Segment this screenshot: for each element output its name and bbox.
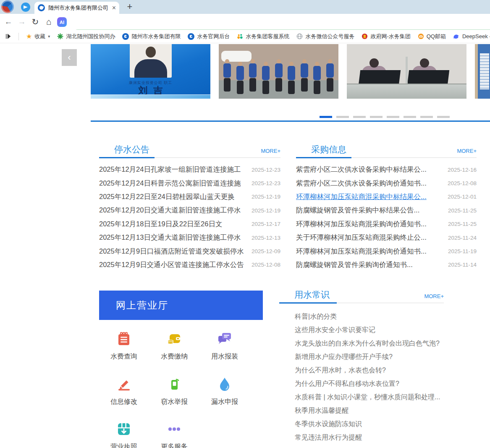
item-date: 2025-12-17	[252, 221, 280, 227]
list-item[interactable]: 2025年12月13日交通大道新旧管连接施工停水2025-12-13	[99, 231, 280, 244]
forward-icon[interactable]: →	[17, 17, 27, 27]
list-item[interactable]: 紫雲府小区二次供水设备采购询价通知书...2025-12-08	[296, 176, 477, 190]
list-item[interactable]: 2025年12月22日至24日碧桂园翠山蓝天更换2025-12-19	[99, 190, 280, 204]
list-item[interactable]: 水质科普 | 水知识小课堂，秒懂水质问题和处理...	[279, 390, 444, 404]
list-item[interactable]: 2025年12月24日孔家坡一组新旧管道连接施工2025-12-23	[99, 163, 280, 176]
list-item[interactable]: 常见违法用水行为提醒	[279, 431, 444, 444]
site-favicon	[38, 4, 45, 11]
service-item[interactable]: 信息修改	[99, 376, 149, 422]
online-hall-banner: 网上营业厅	[99, 291, 263, 320]
carousel-slide-office[interactable]	[347, 44, 466, 99]
service-item[interactable]: 营业执照	[99, 421, 149, 448]
chat-bubbles-icon	[217, 331, 233, 347]
paper-plane-icon[interactable]	[21, 3, 30, 12]
back-icon[interactable]: ←	[3, 17, 13, 27]
carousel-pagination	[320, 116, 450, 118]
service-item[interactable]: 用水报装	[199, 331, 250, 376]
bookmark-item[interactable]: 随州市水务集团有限	[122, 33, 181, 40]
list-item[interactable]: 新增用水户应办理哪些开户手续?	[279, 350, 444, 364]
list-item[interactable]: 环潭柳林河加压泵站商混采购询价通知书...2025-11-25	[296, 217, 477, 231]
item-date: 2025-12-08	[252, 262, 280, 268]
item-date: 2025-12-19	[252, 194, 280, 200]
more-link[interactable]: MORE+	[261, 148, 280, 154]
green-burst-icon	[57, 33, 63, 39]
reload-icon[interactable]: ↻	[30, 17, 40, 27]
list-item-highlighted[interactable]: 环潭柳林河加压泵站商混采购中标结果公...2025-12-01	[296, 190, 477, 204]
sidebar-toggle-icon[interactable]	[5, 33, 11, 39]
service-item[interactable]: 更多服务	[149, 421, 199, 448]
browser-tab[interactable]: 随州市水务集团有限公司 ×	[34, 2, 119, 14]
item-title: 防腐螺旋钢管及管件采购中标结果公告...	[296, 206, 419, 215]
list-item[interactable]: 2025年12月9日交通小区管道连接施工停水公告2025-12-08	[99, 258, 280, 272]
list-item[interactable]: 为什么用户不得私自移动水表位置?	[279, 377, 444, 390]
favorites-menu[interactable]: ★ 收藏 ▾	[26, 32, 50, 40]
water-logo-icon	[122, 33, 129, 40]
list-item[interactable]: 防腐螺旋钢管及管件采购中标结果公告...2025-11-25	[296, 204, 477, 217]
knowledge-list: 科普|水的分类 这些用水安全小常识要牢记 水龙头放出的自来水为什么有时会出现白色…	[279, 310, 444, 444]
water-drop-icon	[217, 376, 233, 392]
item-title: 环潭柳林河加压泵站商混采购中标结果公...	[296, 192, 427, 202]
bookmark-item[interactable]: 水务集团客服系统	[237, 33, 289, 40]
item-title: 2025年12月9日交通小区管道连接施工停水公告	[99, 260, 244, 270]
carousel-dot[interactable]	[387, 116, 399, 118]
list-item[interactable]: 2025年12月24日科普示范公寓新旧管道连接施2025-12-23	[99, 176, 280, 190]
service-item[interactable]: 漏水申报	[199, 376, 250, 422]
service-item[interactable]: 水费查询	[99, 331, 149, 376]
bookmark-item[interactable]: 水务微信公众号服务	[296, 33, 354, 40]
pencil-icon	[116, 376, 132, 392]
bookmark-item[interactable]: DeepSeek - 探索未	[453, 33, 490, 40]
title-underline	[296, 157, 351, 158]
home-icon[interactable]: ⌂	[44, 17, 54, 27]
carousel-dot[interactable]	[353, 116, 366, 118]
carousel-dot[interactable]	[404, 116, 416, 118]
list-item[interactable]: 科普|水的分类	[279, 310, 444, 323]
bookmark-item[interactable]: 水务官网后台	[188, 33, 230, 40]
carousel-dot[interactable]	[420, 116, 433, 118]
item-date: 2025-12-13	[252, 235, 280, 241]
notepad-icon	[116, 331, 132, 347]
new-tab-button[interactable]: +	[124, 1, 135, 12]
employee-photo	[130, 44, 172, 78]
item-title: 2025年12月13日交通大道新旧管连接施工停水	[99, 233, 241, 242]
more-link[interactable]: MORE+	[457, 148, 477, 154]
carousel-dot[interactable]	[320, 116, 332, 118]
ai-assistant-button[interactable]: AI	[57, 17, 67, 27]
carousel-dot[interactable]	[437, 116, 450, 118]
list-item[interactable]: 冬季供水设施防冻知识	[279, 417, 444, 431]
globe-icon	[296, 33, 303, 39]
list-item[interactable]: 2025年12月9日口福酒店附近管道突发破损停水2025-12-09	[99, 244, 280, 258]
list-item[interactable]: 紫雲府小区二次供水设备采购中标结果公...2025-12-16	[296, 163, 477, 176]
list-item[interactable]: 环潭柳林河加压泵站商混采购询价通知书...2025-11-19	[296, 244, 477, 258]
carousel-slide-employee-card[interactable]: 康润实业投资公司 职工 刘吉	[91, 44, 210, 99]
carousel-slide-poster[interactable]	[475, 44, 490, 99]
list-item[interactable]: 水龙头放出的自来水为什么有时会出现白色气泡?	[279, 337, 444, 350]
notice-list: 2025年12月24日孔家坡一组新旧管道连接施工2025-12-23 2025年…	[99, 163, 280, 272]
item-date: 2025-11-19	[448, 248, 477, 254]
close-icon[interactable]: ×	[112, 4, 116, 12]
carousel-prev-button[interactable]: ‹	[62, 49, 77, 66]
bookmark-item[interactable]: 政府网-水务集团	[362, 33, 410, 40]
desk-divider	[406, 57, 408, 86]
list-item[interactable]: 这些用水安全小常识要牢记	[279, 323, 444, 337]
list-item[interactable]: 为什么不用水时，水表也会转?	[279, 364, 444, 377]
poster-shape	[480, 53, 489, 89]
service-label: 更多服务	[161, 443, 188, 448]
bookmark-item[interactable]: 湖北随州国投协同办	[57, 33, 115, 40]
service-item[interactable]: 水费缴纳	[149, 331, 199, 376]
carousel-dot[interactable]	[336, 116, 349, 118]
star-icon: ★	[26, 32, 32, 40]
carousel-dot[interactable]	[370, 116, 383, 118]
list-item[interactable]: 防腐螺旋钢管及管件采购询价通知书...2025-11-14	[296, 258, 477, 272]
item-date: 2025-12-09	[252, 248, 280, 254]
carousel-slide-group-photo[interactable]	[219, 44, 338, 99]
list-item[interactable]: 2025年12月18日至19日及22日至26日文2025-12-17	[99, 217, 280, 231]
service-item[interactable]: 窃水举报	[149, 376, 199, 422]
list-item[interactable]: 2025年12月20日交通大道新旧管连接施工停水2025-12-19	[99, 204, 280, 217]
more-link[interactable]: MORE+	[424, 293, 444, 299]
tab-strip: 随州市水务集团有限公司 × +	[0, 0, 490, 14]
list-item[interactable]: 秋季用水温馨提醒	[279, 404, 444, 417]
list-item[interactable]: 关于环潭柳林河加压泵站商混采购终止公...2025-11-24	[296, 231, 477, 244]
item-title: 关于环潭柳林河加压泵站商混采购终止公...	[296, 233, 427, 242]
bookmark-item[interactable]: QQ邮箱	[418, 33, 446, 40]
section-title: 停水公告	[114, 144, 149, 155]
